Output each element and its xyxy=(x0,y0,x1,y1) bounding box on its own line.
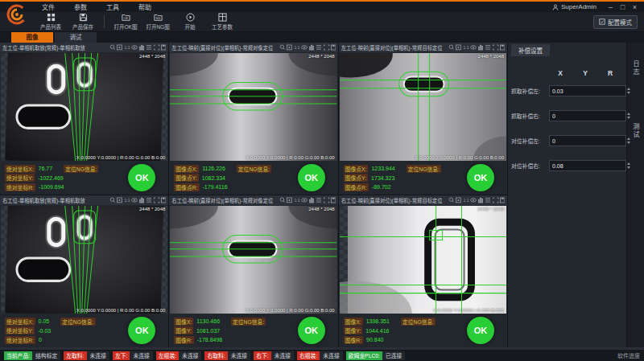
list-icon[interactable] xyxy=(316,199,321,203)
compensation-rows: 抓取补偿左:抓取补偿右:对位补偿左:对位补偿右: xyxy=(511,85,621,171)
comp-spinbox-x-row3[interactable] xyxy=(549,135,632,146)
toolbar-play-button[interactable]: 开始 xyxy=(176,12,204,31)
comp-value-input[interactable] xyxy=(550,161,625,170)
eye-icon[interactable] xyxy=(301,46,307,49)
camera-image[interactable]: 2448 * 2048 X:0.0000 Y:0.0000 | R:0.00 G… xyxy=(1,206,167,314)
status-chip: 左取料:未连接 xyxy=(64,351,109,360)
side-tab-2[interactable]: 测试 xyxy=(631,123,640,139)
comp-value-input[interactable] xyxy=(550,111,625,121)
list-icon[interactable] xyxy=(485,46,490,50)
one-to-one-icon[interactable]: 1:1 xyxy=(125,45,130,50)
expand-icon[interactable] xyxy=(493,198,498,203)
expand-icon[interactable] xyxy=(324,45,329,50)
zoom-icon[interactable] xyxy=(449,198,453,203)
minimize-button[interactable]: – xyxy=(605,2,617,12)
comp-value-input[interactable] xyxy=(550,136,625,146)
histogram-icon[interactable] xyxy=(309,45,313,50)
comp-spinbox-x-row2[interactable] xyxy=(549,110,632,121)
one-to-one-icon[interactable]: 1:1 xyxy=(294,198,299,203)
save-image-icon[interactable] xyxy=(162,198,167,203)
toolbar-grid-button[interactable]: 产品列表 xyxy=(37,12,64,31)
camera-image[interactable]: 2448 * 2048 X:0.0000 Y:0.0000 | R:0.00 G… xyxy=(340,53,506,161)
list-icon[interactable] xyxy=(316,46,321,50)
camera-image[interactable]: 2448 * 2048 X:0.0000 Y:0.0000 | R:0.00 G… xyxy=(170,53,336,161)
ng-info-label: 定位NG信息: xyxy=(64,165,98,173)
histogram-icon[interactable] xyxy=(309,198,313,203)
status-chip: 右下:未连接 xyxy=(254,351,294,360)
camera-image[interactable]: 2448 * 2048 X:0.0000 Y:0.0000 | R:0.00 G… xyxy=(170,206,336,314)
zoom-icon[interactable] xyxy=(280,45,284,50)
tab-1[interactable]: 图像 xyxy=(11,32,53,43)
histogram-icon[interactable] xyxy=(478,198,482,203)
comp-spinbox-x-row4[interactable] xyxy=(549,160,632,171)
result-indicator: OK xyxy=(298,164,325,191)
toolbar-params-button[interactable]: 工艺参数 xyxy=(208,12,236,31)
fit-image-icon[interactable] xyxy=(118,45,122,50)
zoom-icon[interactable] xyxy=(280,198,284,203)
compensation-tab[interactable]: 补偿设置 xyxy=(511,44,550,56)
fit-image-icon[interactable] xyxy=(287,45,291,50)
one-to-one-icon[interactable]: 1:1 xyxy=(125,198,130,203)
spin-down-icon[interactable] xyxy=(626,116,631,121)
menu-parameters[interactable]: 参数 xyxy=(74,2,87,11)
one-to-one-icon[interactable]: 1:1 xyxy=(294,45,299,50)
spin-down-icon[interactable] xyxy=(626,141,631,146)
status-chip: 当前产品:结构标定 xyxy=(4,351,60,360)
eye-icon[interactable] xyxy=(132,46,138,49)
field-value: 76.77 xyxy=(39,166,53,171)
close-button[interactable]: × xyxy=(629,2,641,12)
toolbar-folder-ok-button[interactable]: OK 打开OK图 xyxy=(112,12,139,31)
zoom-icon[interactable] xyxy=(111,198,115,203)
menu-file[interactable]: 文件 xyxy=(42,2,55,11)
spinner-arrows xyxy=(625,111,631,121)
one-to-one-icon[interactable]: 1:1 xyxy=(463,45,469,50)
fit-image-icon[interactable] xyxy=(118,198,122,203)
maximize-button[interactable]: □ xyxy=(617,2,629,12)
toolbar-button-label: 开始 xyxy=(185,23,196,31)
menu-tools[interactable]: 工具 xyxy=(106,2,119,11)
status-chip-label: 左下: xyxy=(113,351,130,360)
status-chip-label: 右组装: xyxy=(297,351,320,360)
histogram-icon[interactable] xyxy=(478,45,482,50)
list-icon[interactable] xyxy=(485,199,490,203)
spin-down-icon[interactable] xyxy=(626,91,631,96)
tab-2[interactable]: 调试 xyxy=(55,32,97,43)
camera-image[interactable]: 2448 * 2048 X:0.0000 Y:0.0000 | G:255 B:… xyxy=(340,206,506,314)
panel-grid: 左工位-单相机取放(常规)-单相机取放 1:1 xyxy=(0,43,507,347)
comp-spinbox-x-row1[interactable] xyxy=(549,85,632,96)
save-image-icon[interactable] xyxy=(500,45,505,50)
fit-image-icon[interactable] xyxy=(287,198,291,203)
save-image-icon[interactable] xyxy=(162,45,167,50)
eye-icon[interactable] xyxy=(471,199,477,202)
expand-icon[interactable] xyxy=(493,45,498,50)
zoom-icon[interactable] xyxy=(449,45,453,50)
eye-icon[interactable] xyxy=(132,199,138,202)
eye-icon[interactable] xyxy=(301,199,307,202)
save-image-icon[interactable] xyxy=(500,198,505,203)
camera-image[interactable]: 2448 * 2048 X:0.0000 Y:0.0000 | R:0.00 G… xyxy=(1,53,167,161)
menu-help[interactable]: 帮助 xyxy=(138,2,151,11)
save-image-icon[interactable] xyxy=(331,45,336,50)
comp-value-input[interactable] xyxy=(550,86,625,96)
eye-icon[interactable] xyxy=(471,46,477,49)
save-image-icon[interactable] xyxy=(331,198,336,203)
histogram-icon[interactable] xyxy=(140,198,144,203)
list-icon[interactable] xyxy=(147,46,151,50)
config-mode-button[interactable]: 配置模式 xyxy=(593,15,638,29)
one-to-one-icon[interactable]: 1:1 xyxy=(463,198,469,203)
fit-image-icon[interactable] xyxy=(456,198,460,203)
field-value: -179.4116 xyxy=(203,184,228,190)
expand-icon[interactable] xyxy=(155,45,160,50)
toolbar-folder-ng-button[interactable]: NG 打开NG图 xyxy=(144,12,171,31)
histogram-icon[interactable] xyxy=(140,45,144,50)
side-tab-1[interactable]: 日志 xyxy=(631,60,640,76)
expand-icon[interactable] xyxy=(155,198,160,203)
spin-down-icon[interactable] xyxy=(626,166,631,170)
expand-icon[interactable] xyxy=(324,198,329,203)
camera-image-tray xyxy=(1,206,167,314)
user-account[interactable]: SuperAdmin xyxy=(552,3,597,10)
list-icon[interactable] xyxy=(147,199,151,203)
fit-image-icon[interactable] xyxy=(456,45,460,50)
zoom-icon[interactable] xyxy=(111,45,115,50)
toolbar-save-button[interactable]: 产品保存 xyxy=(69,12,97,31)
